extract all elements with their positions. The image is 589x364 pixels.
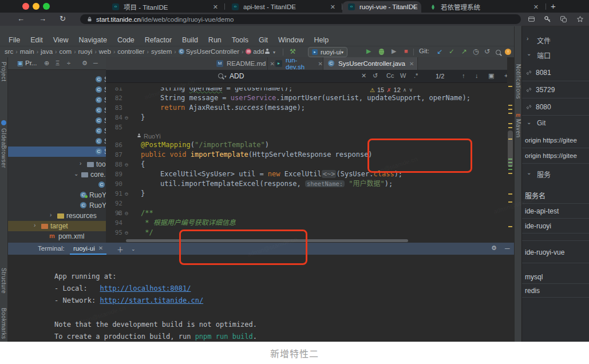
inspections-widget[interactable]: ⚠15 ✗12 ∧ ∨ — [370, 85, 413, 94]
editor-tab-readme-md[interactable]: MREADME.md✕ — [212, 57, 268, 70]
git-remote-row[interactable]: origin https://gitee — [522, 148, 589, 164]
forward-icon[interactable]: → — [39, 14, 46, 23]
git-remote-row[interactable]: origin https://gitee — [522, 133, 589, 148]
translate-icon[interactable] — [560, 15, 567, 25]
breadcrumb-item[interactable]: com — [59, 48, 72, 55]
tree-row[interactable]: CS — [8, 95, 106, 105]
port-row[interactable]: 8080 — [522, 98, 589, 116]
sidebar-section-Git[interactable]: ⌄Git — [522, 119, 589, 130]
close-icon[interactable]: ✕ — [411, 3, 416, 11]
minimize-window-button[interactable] — [33, 3, 39, 10]
sidebar-section-文件[interactable]: ›文件 — [522, 35, 589, 47]
terminal-settings-gear-icon[interactable]: ⚙ — [491, 244, 497, 252]
tool-strip-maven[interactable]: Maven — [515, 119, 521, 138]
sidebar-section-端口[interactable]: ⌄端口 — [522, 50, 589, 62]
menu-item-tools[interactable]: Tools — [227, 36, 254, 44]
search-everywhere-icon[interactable] — [496, 50, 501, 55]
new-terminal-icon[interactable]: ＋ — [117, 244, 124, 254]
editor-tab-sysusercontroller-java[interactable]: CSysUserController.java✕ — [323, 57, 418, 70]
close-icon[interactable]: ✕ — [318, 61, 323, 67]
reload-icon[interactable]: ↻ — [60, 14, 66, 23]
breadcrumb-item[interactable]: SysUserController — [186, 48, 239, 55]
expand-all-icon[interactable]: Ξ — [56, 60, 60, 66]
menu-item-git[interactable]: Git — [254, 36, 273, 44]
service-row-redis[interactable]: redis — [522, 284, 589, 298]
fold-icon[interactable]: ⊖ — [125, 208, 128, 218]
tree-row[interactable]: CS — [8, 116, 106, 126]
git-update-icon[interactable]: ↙ — [437, 48, 442, 56]
history-clock-icon[interactable]: ◷ — [473, 48, 479, 56]
address-bar[interactable]: start.titanide.cn/ide/web/coding/ruoyi-v… — [80, 14, 521, 24]
words-toggle[interactable]: W — [400, 72, 406, 79]
tool-strip-bookmarks[interactable]: Bookmarks — [1, 308, 7, 339]
editor-tab-run-dev-sh[interactable]: ▸run-dev.sh✕ — [271, 57, 323, 70]
chevron-icon[interactable]: › — [80, 160, 81, 167]
zoom-window-button[interactable] — [43, 3, 50, 10]
tree-item-resources[interactable]: ›resources — [8, 211, 106, 221]
run-button[interactable]: ▶ — [366, 48, 371, 55]
service-row-ide-ruoyi[interactable]: ide-ruoyi — [522, 219, 589, 234]
clear-search-icon[interactable]: ✕ — [361, 72, 366, 80]
next-match-icon[interactable]: ↓ — [475, 72, 479, 79]
fold-icon[interactable]: ⊖ — [125, 113, 128, 122]
menu-item-run[interactable]: Run — [203, 36, 227, 44]
tree-item-swa[interactable]: CSwa — [8, 180, 106, 190]
match-case-toggle[interactable]: Cc — [386, 72, 394, 79]
tree-item-ruoyiapp[interactable]: CRuoYiApp — [8, 190, 106, 200]
run-with-coverage-icon[interactable]: ▶ — [392, 48, 396, 55]
regex-toggle[interactable]: .* — [414, 72, 418, 79]
tree-item-ruoyiser[interactable]: CRuoYiSer — [8, 200, 106, 211]
chevron-icon[interactable]: ⌄ — [74, 171, 78, 177]
search-input[interactable]: ADD — [230, 72, 244, 80]
menu-item-refactor[interactable]: Refactor — [140, 36, 177, 44]
key-icon[interactable] — [544, 15, 551, 25]
editor-error-stripe[interactable] — [507, 57, 514, 243]
menu-item-window[interactable]: Window — [273, 36, 309, 44]
rollback-icon[interactable]: ↺ — [484, 48, 490, 56]
service-row-ide-ruoyi-vue[interactable]: ide-ruoyi-vue — [522, 240, 589, 263]
terminal-link[interactable]: http://start.titanide.cn/ — [100, 296, 203, 304]
tool-strip-notifications[interactable]: Notifications — [515, 64, 521, 99]
fold-icon[interactable]: ⊖ — [125, 228, 128, 238]
search-options-chevron-icon[interactable]: ▾ — [224, 74, 227, 79]
git-commit-icon[interactable]: ✓ — [449, 48, 454, 56]
breadcrumb-item[interactable]: add — [253, 48, 264, 55]
tree-item-too[interactable]: ›too — [8, 159, 106, 169]
tree-row[interactable]: CS — [8, 147, 106, 157]
tree-row[interactable]: CS — [8, 136, 106, 147]
search-history-icon[interactable]: ↺ — [373, 72, 378, 80]
close-window-button[interactable] — [22, 3, 29, 10]
build-hammer-icon[interactable]: ⚒ — [290, 48, 296, 56]
browser-tab[interactable]: ‹›项目 - TitanIDE✕ — [106, 1, 223, 13]
hide-terminal-icon[interactable]: ─ — [505, 244, 510, 252]
stripe-thumb[interactable] — [508, 130, 513, 167]
breadcrumb-item[interactable]: system — [151, 48, 172, 55]
port-row[interactable]: 8081 — [522, 64, 589, 81]
tree-row[interactable]: CS — [8, 85, 106, 95]
service-row-ide-api-test[interactable]: ide-api-test — [522, 204, 589, 219]
menu-item-file[interactable]: File — [3, 36, 25, 44]
menu-item-help[interactable]: Help — [309, 36, 334, 44]
close-icon[interactable]: ✕ — [98, 245, 103, 251]
tree-row[interactable]: CS — [8, 105, 106, 116]
terminal-link[interactable]: http://localhost:8081/ — [100, 284, 191, 292]
menu-item-edit[interactable]: Edit — [25, 36, 48, 44]
project-panel-title[interactable]: Pr... — [25, 60, 37, 66]
update-indicator-icon[interactable]: ↑ — [505, 49, 511, 55]
chevron-icon[interactable]: › — [50, 212, 52, 218]
breadcrumb-item[interactable]: main — [20, 48, 34, 55]
debug-bug-icon[interactable] — [379, 49, 384, 55]
fold-icon[interactable]: ⊖ — [125, 189, 128, 199]
next-problem-icon[interactable]: ∨ — [409, 87, 413, 93]
tree-row[interactable]: CS — [8, 126, 106, 136]
breadcrumb-item[interactable]: controller — [117, 48, 144, 55]
menu-item-navigate[interactable]: Navigate — [74, 36, 112, 44]
menu-item-code[interactable]: Code — [112, 36, 140, 44]
browser-tab[interactable]: ‹›ruoyi-vue - TitanIDE✕ — [342, 1, 421, 13]
menu-item-build[interactable]: Build — [177, 36, 203, 44]
locate-icon[interactable]: ⊕ — [44, 60, 49, 67]
stop-button[interactable]: ■ — [404, 48, 408, 54]
close-icon[interactable]: ✕ — [330, 3, 335, 11]
new-tab-button[interactable]: + — [551, 1, 556, 11]
user-icon[interactable] — [264, 49, 270, 54]
